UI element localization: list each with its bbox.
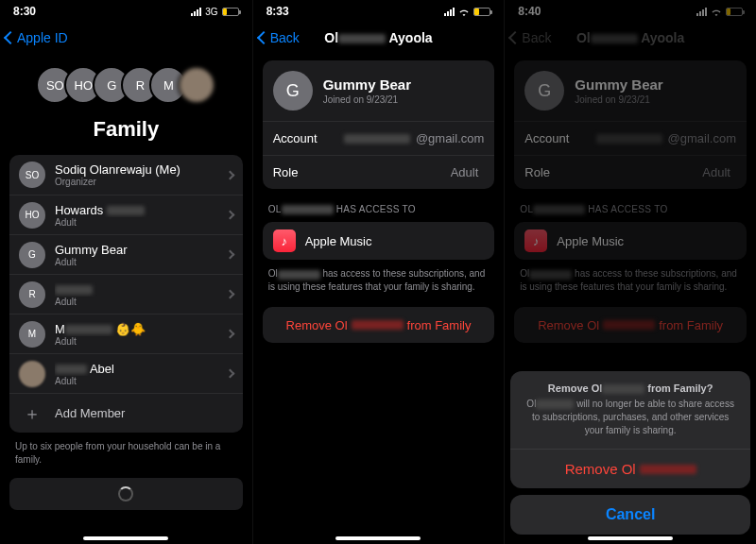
role-row: Role Adult: [514, 155, 747, 189]
apple-music-icon: ♪: [273, 230, 296, 252]
signal-icon: [444, 8, 455, 16]
role-label: Role: [273, 165, 299, 179]
chevron-right-icon: [225, 211, 234, 220]
avatar: [178, 66, 215, 104]
role-label: Role: [524, 165, 550, 179]
member-card: G Gummy Bear Joined on 9/23/21 Account @…: [263, 60, 495, 189]
member-name: Gummy Bear: [55, 243, 221, 257]
chevron-right-icon: [225, 170, 234, 179]
member-name: Abel: [55, 362, 221, 376]
signal-icon: [191, 8, 201, 16]
add-member-button[interactable]: ＋ Add Member: [9, 393, 243, 433]
avatar: SO: [19, 162, 45, 188]
role-value: Adult: [702, 165, 730, 179]
battery-icon: [222, 8, 239, 16]
member-role: Adult: [55, 257, 221, 267]
member-row[interactable]: M M 👶🐥Adult: [9, 314, 243, 353]
home-indicator: [83, 536, 168, 540]
app-row[interactable]: ♪ Apple Music: [263, 222, 495, 260]
access-list: ♪ Apple Music: [514, 222, 747, 260]
app-name: Apple Music: [557, 234, 624, 248]
account-value: @gmail.com: [596, 131, 736, 145]
wifi-icon: [458, 8, 470, 16]
access-section-label: OL HAS ACCESS TO: [268, 204, 490, 214]
member-name: [55, 282, 221, 297]
back-button: Back: [510, 30, 551, 45]
app-row: ♪ Apple Music: [514, 222, 747, 260]
screen-remove-confirm: 8:40 Back Ol Ayoola G Gummy Bear: [504, 0, 756, 544]
chevron-right-icon: [225, 250, 234, 260]
member-row[interactable]: SO Sodiq Olanrewaju (Me)Organizer: [9, 155, 243, 195]
member-name: Gummy Bear: [323, 76, 411, 93]
nav-bar: Back Ol Ayoola: [253, 23, 505, 53]
action-sheet: Remove Ol from Family? Ol will no longer…: [510, 371, 750, 535]
back-button[interactable]: Apple ID: [6, 30, 68, 45]
status-bar: 8:30 3G: [0, 0, 252, 23]
screen-family-list: 8:30 3G Apple ID SO HO G R M Family SO: [0, 0, 252, 544]
nav-bar: Back Ol Ayoola: [505, 23, 756, 53]
member-row[interactable]: HO Howards Adult: [9, 195, 243, 234]
cancel-button[interactable]: Cancel: [510, 495, 750, 535]
screen-member-detail: 8:33 Back Ol Ayoola G Gummy Bear Joined …: [252, 0, 505, 544]
home-indicator: [588, 536, 673, 540]
member-row[interactable]: G Gummy BearAdult: [9, 234, 243, 274]
loading-bar: [9, 478, 243, 510]
member-row[interactable]: R Adult: [9, 274, 243, 314]
status-time: 8:33: [266, 5, 289, 18]
member-name: Howards: [55, 203, 221, 217]
account-value: @gmail.com: [344, 131, 484, 145]
back-button[interactable]: Back: [259, 30, 300, 45]
chevron-left-icon: [4, 31, 17, 44]
access-list: ♪ Apple Music: [263, 222, 495, 260]
home-indicator: [335, 536, 421, 540]
page-title: Family: [0, 117, 252, 142]
avatar: M: [19, 321, 45, 348]
battery-icon: [726, 8, 743, 16]
member-role: Organizer: [55, 177, 221, 187]
member-role: Adult: [55, 217, 221, 228]
status-time: 8:30: [13, 5, 36, 18]
member-role: Adult: [55, 297, 221, 307]
member-role: Adult: [55, 336, 221, 347]
avatar: G: [19, 242, 45, 268]
apple-music-icon: ♪: [524, 230, 547, 252]
remove-from-family-button[interactable]: Remove Ol from Family: [263, 307, 495, 343]
role-row[interactable]: Role Adult: [263, 155, 495, 189]
plus-icon: ＋: [19, 400, 45, 427]
member-card: G Gummy Bear Joined on 9/23/21 Account @…: [514, 60, 747, 189]
member-role: Adult: [55, 376, 221, 386]
back-label: Apple ID: [17, 30, 68, 45]
status-time: 8:40: [518, 5, 541, 18]
access-explain: Ol has access to these subscriptions, an…: [268, 267, 490, 294]
footnote: Up to six people from your household can…: [15, 440, 237, 467]
account-row: Account @gmail.com: [514, 121, 747, 155]
confirm-remove-button[interactable]: Remove Ol: [510, 449, 750, 488]
back-label: Back: [522, 30, 551, 45]
access-explain: Ol has access to these subscriptions, an…: [520, 267, 741, 294]
wifi-icon: [711, 8, 722, 16]
add-member-label: Add Member: [55, 406, 233, 420]
avatar: G: [273, 71, 313, 110]
member-name: Sodiq Olanrewaju (Me): [55, 162, 221, 177]
chevron-right-icon: [225, 369, 234, 379]
chevron-left-icon: [257, 31, 270, 44]
back-label: Back: [270, 30, 300, 45]
avatar: R: [19, 281, 45, 308]
account-label: Account: [273, 131, 318, 145]
signal-icon: [696, 8, 707, 16]
account-row: Account @gmail.com: [263, 121, 495, 155]
avatar: HO: [19, 202, 45, 229]
access-section-label: OL HAS ACCESS TO: [520, 204, 741, 214]
sheet-title: Remove Ol from Family?: [525, 382, 735, 394]
account-label: Account: [524, 131, 569, 145]
member-joined: Joined on 9/23/21: [575, 94, 662, 105]
status-bar: 8:33: [253, 0, 505, 23]
status-bar: 8:40: [505, 0, 756, 23]
remove-from-family-button: Remove Ol from Family: [514, 307, 747, 343]
sheet-desc: Ol will no longer be able to share acces…: [525, 398, 735, 437]
chevron-right-icon: [225, 330, 234, 339]
battery-icon: [473, 8, 490, 16]
member-name: Gummy Bear: [575, 76, 662, 93]
member-joined: Joined on 9/23/21: [323, 94, 411, 105]
member-row[interactable]: AbelAdult: [9, 353, 243, 393]
